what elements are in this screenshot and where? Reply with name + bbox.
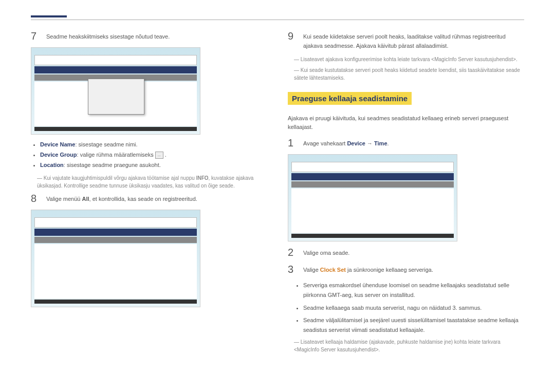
browse-icon: ... xyxy=(155,152,163,159)
step-text: Valige oma seade. xyxy=(303,247,524,258)
note-time-manage: ― Lisateavet kellaaja haldamise (ajakava… xyxy=(294,338,524,353)
step-number: 3 xyxy=(288,264,297,275)
t: Avage vahekaart xyxy=(303,140,347,146)
screenshot-all-devices xyxy=(31,210,200,307)
step-number: 9 xyxy=(288,30,297,42)
note-bold: INFO xyxy=(196,175,209,181)
step-number: 8 xyxy=(31,193,40,204)
t: Time xyxy=(374,140,387,146)
header-rule xyxy=(31,20,524,20)
field-bullets: Device Name: sisestage seadme nimi. Devi… xyxy=(40,140,267,170)
sub-bullet: Serveriga esmakordsel ühenduse loomisel … xyxy=(303,281,524,300)
label: Device Name xyxy=(40,141,76,147)
step-text: Avage vahekaart Device → Time. xyxy=(303,137,524,148)
text: : sisestage seadme nimi. xyxy=(76,141,138,147)
step-3: 3 Valige Clock Set ja sünkroonige kellaa… xyxy=(288,264,524,275)
step-number: 1 xyxy=(288,137,297,149)
product-name: MagicInfo Server xyxy=(297,347,336,352)
label: Location xyxy=(40,162,64,168)
step-7: 7 Seadme heakskiitmiseks sisestage nõutu… xyxy=(31,30,267,42)
sub-bullet: Seadme kellaaega saab muuta serverist, n… xyxy=(303,303,524,313)
bullet-location: Location: sisestage seadme praegune asuk… xyxy=(40,160,267,171)
t: Valige xyxy=(303,267,320,273)
bullet-device-name: Device Name: sisestage seadme nimi. xyxy=(40,140,267,150)
t: → xyxy=(365,140,374,146)
sub-bullet: Seadme väljalülitamisel ja seejärel uues… xyxy=(303,315,524,334)
step-9: 9 Kui seade kiidetakse serveri poolt hea… xyxy=(288,30,524,50)
t: . xyxy=(387,140,389,146)
text: : valige rühma määratlemiseks xyxy=(77,152,155,158)
t: kasutusjuhendist>. xyxy=(473,57,517,62)
step-text: Valige menüü All, et kontrollida, kas se… xyxy=(46,193,267,204)
step-1: 1 Avage vahekaart Device → Time. xyxy=(288,137,524,149)
note-delete: ― Kui seade kustutatakse serveri poolt h… xyxy=(294,66,524,82)
t: Valige menüü xyxy=(46,196,82,202)
note-text-a: Kui vajutate kaugjuhtimispuldil võrgu aj… xyxy=(44,175,196,181)
product-name: MagicInfo Server xyxy=(434,57,473,62)
screenshot-device-time xyxy=(288,154,457,241)
step-text: Valige Clock Set ja sünkroonige kellaaeg… xyxy=(303,264,524,275)
label: Device Group xyxy=(40,152,77,158)
screenshot-approve-dialog xyxy=(31,47,200,135)
intro-text: Ajakava ei pruugi käivituda, kui seadmes… xyxy=(288,114,524,131)
t: kasutusjuhendist>. xyxy=(336,347,380,352)
t: ja sünkroonige kellaaeg serveriga. xyxy=(346,267,433,273)
step-number: 2 xyxy=(288,247,297,258)
t: Device xyxy=(347,140,365,146)
header-accent xyxy=(31,15,67,17)
step-number: 7 xyxy=(31,30,40,42)
text: : sisestage seadme praegune asukoht. xyxy=(64,162,161,168)
step-2: 2 Valige oma seade. xyxy=(288,247,524,258)
page-columns: 7 Seadme heakskiitmiseks sisestage nõutu… xyxy=(31,30,524,357)
t: Clock Set xyxy=(320,267,346,273)
note-config: ― Lisateavet ajakava konfigureerimise ko… xyxy=(294,55,524,63)
right-column: 9 Kui seade kiidetakse serveri poolt hea… xyxy=(288,30,524,357)
note-info: ― Kui vajutate kaugjuhtimispuldil võrgu … xyxy=(37,174,267,190)
t: All xyxy=(82,196,89,202)
step-text: Kui seade kiidetakse serveri poolt heaks… xyxy=(303,30,524,50)
step-text: Seadme heakskiitmiseks sisestage nõutud … xyxy=(46,30,267,42)
t: , et kontrollida, kas seade on registree… xyxy=(89,196,197,202)
step-8: 8 Valige menüü All, et kontrollida, kas … xyxy=(31,193,267,204)
t: Lisateavet ajakava konfigureerimise koht… xyxy=(301,57,434,62)
left-column: 7 Seadme heakskiitmiseks sisestage nõutu… xyxy=(31,30,267,357)
section-heading-time: Praeguse kellaaja seadistamine xyxy=(288,92,412,105)
t: Kui seade kustutatakse serveri poolt hea… xyxy=(294,67,520,81)
bullet-device-group: Device Group: valige rühma määratlemisek… xyxy=(40,150,267,160)
time-sub-bullets: Serveriga esmakordsel ühenduse loomisel … xyxy=(303,281,524,334)
